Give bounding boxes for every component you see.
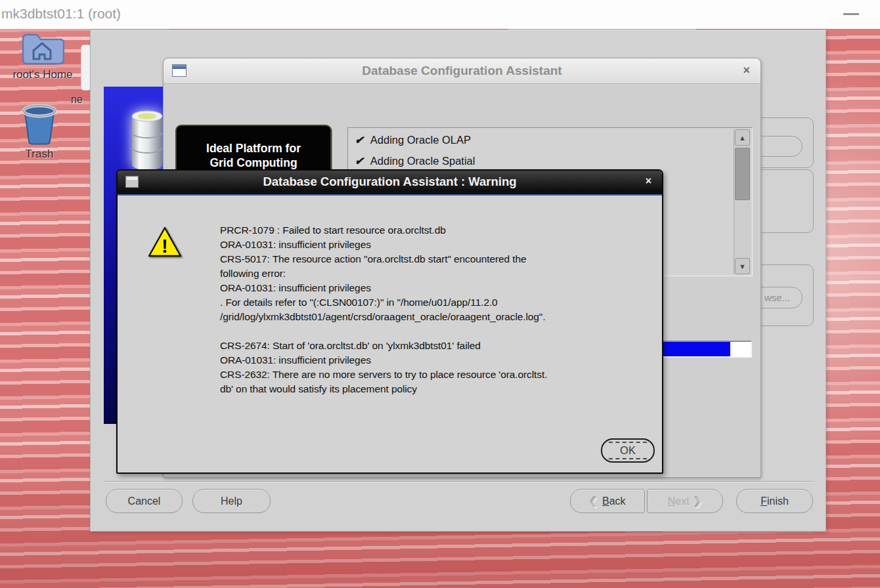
task-label: Adding Oracle Spatial — [370, 155, 475, 167]
ok-button[interactable]: OK — [601, 438, 655, 463]
scroll-down-icon[interactable]: ▼ — [735, 258, 750, 274]
scrollbar-thumb[interactable] — [735, 148, 750, 200]
close-icon[interactable]: × — [743, 64, 750, 77]
trash-icon[interactable] — [20, 102, 59, 146]
database-cylinder-icon — [130, 109, 164, 172]
dbca-title-bar[interactable]: Database Configuration Assistant × — [164, 58, 760, 84]
finish-button[interactable]: Finish — [736, 489, 813, 513]
home-icon-label[interactable]: root's Home — [0, 68, 85, 81]
check-icon: ✔ — [355, 134, 364, 146]
close-icon[interactable]: × — [646, 175, 651, 187]
badge-line-1: Ideal Platform for — [177, 141, 330, 156]
cancel-button[interactable]: Cancel — [106, 489, 183, 513]
list-item: ✔ Adding Oracle OLAP — [355, 134, 471, 146]
minimize-icon[interactable] — [843, 13, 859, 15]
chevron-left-icon: ❮ — [589, 495, 598, 507]
vnc-session-title: mk3dbtst01:1 (root) — [1, 6, 121, 22]
back-button-label: Back — [602, 495, 626, 507]
next-button-label: Next — [668, 495, 690, 507]
screen: mk3dbtst01:1 (root) root's Home ne Trash — [0, 0, 880, 588]
warning-title-bar[interactable]: Database Configuration Assistant : Warni… — [118, 171, 662, 196]
badge-line-2: Grid Computing — [177, 156, 330, 170]
trash-icon-label[interactable]: Trash — [0, 148, 82, 161]
warning-dialog: Database Configuration Assistant : Warni… — [116, 169, 663, 474]
chevron-right-icon: ❯ — [694, 495, 703, 507]
dbca-window-title: Database Configuration Assistant — [164, 64, 760, 78]
next-button[interactable]: Next ❯ — [647, 489, 723, 513]
task-label: Adding Oracle OLAP — [370, 134, 471, 146]
exclamation-glyph: ! — [162, 235, 168, 257]
check-icon: ✔ — [355, 155, 364, 167]
vnc-title-bar: mk3dbtst01:1 (root) — [0, 0, 880, 30]
scroll-up-icon[interactable]: ▲ — [735, 129, 750, 146]
warning-message: PRCR-1079 : Failed to start resource ora… — [220, 223, 659, 396]
warning-dialog-title: Database Configuration Assistant : Warni… — [118, 175, 662, 189]
finish-button-label: Finish — [760, 495, 789, 507]
home-folder-icon[interactable] — [20, 31, 64, 65]
help-button[interactable]: Help — [192, 489, 271, 513]
scrollbar[interactable]: ▲ ▼ — [734, 129, 751, 274]
button-row-separator — [104, 481, 813, 482]
back-button[interactable]: ❮ Back — [570, 489, 645, 513]
list-item: ✔ Adding Oracle Spatial — [355, 155, 475, 167]
warning-triangle-icon: ! — [147, 226, 183, 259]
clipped-icon-label: ne — [71, 94, 83, 106]
